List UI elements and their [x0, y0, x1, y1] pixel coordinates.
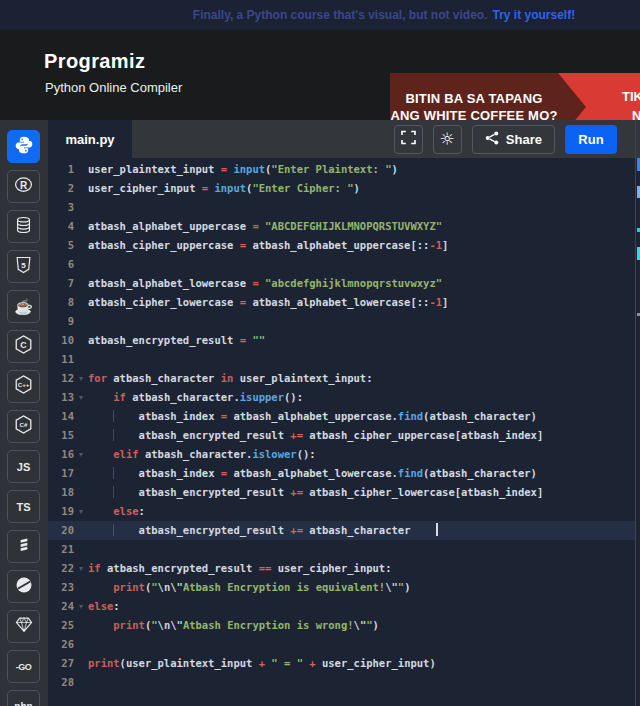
sidebar-item-r[interactable]: R: [7, 170, 40, 203]
line-number: 21: [48, 540, 74, 559]
sidebar-item-c[interactable]: C: [7, 330, 40, 363]
js-icon: JS: [17, 461, 30, 473]
sidebar-item-swift[interactable]: [7, 570, 40, 603]
r-icon: R: [13, 175, 34, 199]
sidebar-item-sql[interactable]: [7, 210, 40, 243]
go-icon: -GO: [16, 662, 32, 672]
fold-toggle-icon[interactable]: ▾: [74, 388, 88, 407]
line-number: 27: [48, 654, 74, 673]
tab-main-py[interactable]: main.py: [48, 120, 132, 158]
line-number: 2: [48, 179, 74, 198]
page-title: Python Online Compiler: [45, 80, 182, 95]
promo-text: Finally, a Python course that's visual, …: [193, 8, 488, 22]
line-number: 9: [48, 312, 74, 331]
line-number: 16: [48, 445, 74, 464]
fold-toggle-icon: [74, 654, 88, 673]
cpp-icon: C++: [13, 374, 34, 399]
fold-toggle-icon: [74, 407, 88, 426]
sidebar-item-ts[interactable]: TS: [7, 490, 40, 523]
sidebar-item-ruby[interactable]: [7, 610, 40, 643]
code-line: 9: [48, 312, 635, 331]
csharp-icon: C#: [13, 414, 34, 439]
java-icon: ☕: [14, 298, 33, 316]
fold-toggle-icon: [74, 255, 88, 274]
fold-toggle-icon[interactable]: ▾: [74, 369, 88, 388]
code-editor[interactable]: 1user_plaintext_input = input("Enter Pla…: [48, 158, 635, 706]
line-number: 1: [48, 160, 74, 179]
sidebar-item-js[interactable]: JS: [7, 450, 40, 483]
fold-toggle-icon: [74, 635, 88, 654]
code-line: 4atbash_alphabet_uppercase = "ABCDEFGHIJ…: [48, 217, 635, 236]
fold-toggle-icon: [74, 274, 88, 293]
code-line: 10atbash_encrypted_result = "": [48, 331, 635, 350]
programiz-logo[interactable]: Programiz: [44, 50, 145, 73]
sidebar-item-php[interactable]: php: [7, 690, 40, 706]
code-line: 17 atbash_index = atbash_alphabet_lowerc…: [48, 464, 635, 483]
code-line: 2user_cipher_input = input("Enter Cipher…: [48, 179, 635, 198]
code-line: 22▾if atbash_encrypted_result == user_ci…: [48, 559, 635, 578]
swift-icon: [14, 575, 34, 599]
sidebar-item-java[interactable]: ☕: [7, 290, 40, 323]
fold-toggle-icon[interactable]: ▾: [74, 597, 88, 616]
fold-toggle-icon: [74, 160, 88, 179]
sidebar-item-html[interactable]: 5: [7, 250, 40, 283]
code-line: 13▾ if atbash_character.isupper():: [48, 388, 635, 407]
code-line: 19▾ else:: [48, 502, 635, 521]
fold-toggle-icon: [74, 483, 88, 502]
fold-toggle-icon: [74, 578, 88, 597]
fullscreen-button[interactable]: [394, 125, 423, 154]
fold-toggle-icon: [74, 293, 88, 312]
fullscreen-icon: [401, 130, 416, 149]
sidebar-item-python[interactable]: [7, 130, 40, 163]
code-line: 16▾ elif atbash_character.islower():: [48, 445, 635, 464]
python-icon: [14, 135, 34, 159]
theme-toggle-button[interactable]: ☼: [433, 125, 462, 154]
svg-text:5: 5: [21, 260, 26, 269]
sidebar-item-csharp[interactable]: C#: [7, 410, 40, 443]
code-line: 12▾for atbash_character in user_plaintex…: [48, 369, 635, 388]
fold-toggle-icon: [74, 521, 88, 540]
sidebar-item-go[interactable]: -GO: [7, 650, 40, 683]
code-line: 15 atbash_encrypted_result += atbash_cip…: [48, 426, 635, 445]
line-number: 5: [48, 236, 74, 255]
line-number: 23: [48, 578, 74, 597]
svg-text:C#: C#: [20, 421, 28, 428]
code-line: 11: [48, 350, 635, 369]
code-line: 1user_plaintext_input = input("Enter Pla…: [48, 160, 635, 179]
svg-text:C++: C++: [18, 381, 30, 388]
fold-toggle-icon: [74, 312, 88, 331]
fold-toggle-icon[interactable]: ▾: [74, 502, 88, 521]
language-sidebar: R5☕CC++C#JSTS-GOphp: [0, 120, 48, 706]
code-line: 21: [48, 540, 635, 559]
promo-banner: Finally, a Python course that's visual, …: [0, 0, 640, 30]
run-button[interactable]: Run: [565, 125, 617, 154]
line-number: 3: [48, 198, 74, 217]
code-line: 14 atbash_index = atbash_alphabet_upperc…: [48, 407, 635, 426]
line-number: 15: [48, 426, 74, 445]
share-label: Share: [506, 132, 542, 147]
promo-link[interactable]: Try it yourself!: [493, 8, 576, 22]
share-icon: [485, 131, 499, 148]
sidebar-item-cpp[interactable]: C++: [7, 370, 40, 403]
fold-toggle-icon[interactable]: ▾: [74, 559, 88, 578]
line-number: 14: [48, 407, 74, 426]
code-line: 6: [48, 255, 635, 274]
fold-toggle-icon[interactable]: ▾: [74, 445, 88, 464]
line-number: 12: [48, 369, 74, 388]
share-button[interactable]: Share: [472, 125, 555, 154]
line-number: 17: [48, 464, 74, 483]
line-number: 8: [48, 293, 74, 312]
code-line: 18 atbash_encrypted_result += atbash_cip…: [48, 483, 635, 502]
fold-toggle-icon: [74, 350, 88, 369]
header: Programiz Python Online Compiler BITIN B…: [0, 30, 640, 120]
text-cursor: [436, 523, 438, 536]
fold-toggle-icon: [74, 217, 88, 236]
fold-toggle-icon: [74, 198, 88, 217]
line-number: 18: [48, 483, 74, 502]
line-number: 26: [48, 635, 74, 654]
line-number: 22: [48, 559, 74, 578]
ts-icon: TS: [16, 501, 30, 513]
sidebar-item-scala[interactable]: [7, 530, 40, 563]
line-number: 13: [48, 388, 74, 407]
main-panel: main.py ☼ Share Run 1user_plaintext_inpu…: [48, 120, 635, 706]
